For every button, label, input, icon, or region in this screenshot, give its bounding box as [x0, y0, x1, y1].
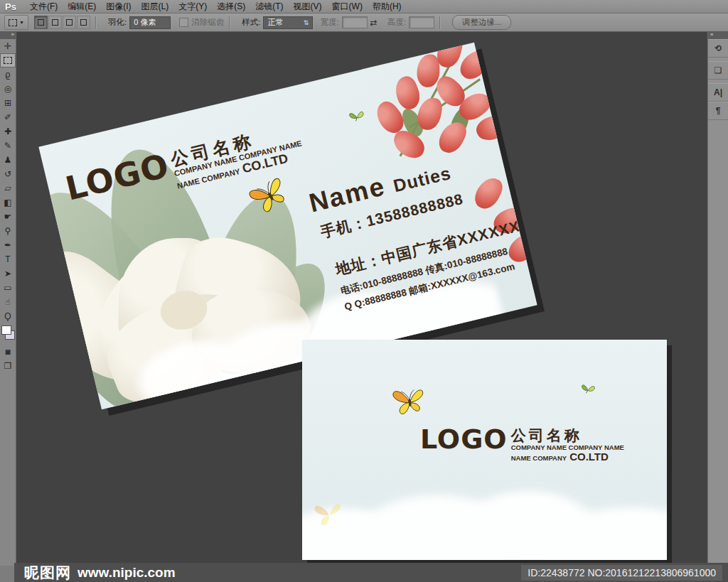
divider — [229, 16, 230, 29]
shape-tool[interactable]: ▭ — [0, 281, 16, 295]
green-butterfly — [347, 107, 367, 126]
gradient-tool[interactable]: ◧ — [0, 195, 16, 210]
healing-brush-tool[interactable]: ✚ — [0, 124, 16, 139]
menu-view[interactable]: 视图(V) — [289, 1, 327, 11]
screen-mode-button[interactable]: ❐ — [0, 359, 16, 373]
menu-filter[interactable]: 滤镜(T) — [250, 1, 288, 11]
image-id-text: ID:22438772 NO:20161212213806961000 — [521, 565, 722, 581]
selection-square-icon — [66, 19, 73, 26]
company-suffix: CO.LTD — [569, 452, 609, 462]
yellow-butterfly — [390, 380, 429, 420]
panel-character-icon[interactable]: A| — [708, 83, 728, 102]
tool-preset-picker[interactable]: ▼ — [4, 15, 28, 30]
swap-dimensions-icon[interactable]: ⇄ — [370, 18, 378, 28]
height-input[interactable] — [409, 16, 434, 28]
spinner-icon: ⇅ — [304, 19, 309, 26]
eraser-tool[interactable]: ▱ — [0, 181, 16, 195]
menu-select[interactable]: 选择(S) — [212, 1, 250, 11]
marquee-icon — [4, 57, 12, 64]
quick-mask-button[interactable]: ◙ — [0, 345, 16, 359]
menu-help[interactable]: 帮助(H) — [368, 1, 407, 11]
new-selection-button[interactable] — [34, 16, 48, 29]
green-butterfly — [578, 379, 598, 399]
history-brush-tool[interactable]: ↺ — [0, 167, 16, 181]
back-logo-block: LOGO 公司名称 COMPANY NAME COMPANY NAME NAME… — [420, 428, 624, 463]
feather-label: 羽化: — [108, 17, 127, 28]
business-card-back[interactable]: LOGO 公司名称 COMPANY NAME COMPANY NAME NAME… — [302, 340, 667, 560]
menu-type[interactable]: 文字(Y) — [173, 1, 212, 11]
divider — [95, 16, 96, 29]
lasso-tool[interactable]: ϱ — [0, 68, 16, 82]
style-value: 正常 — [267, 17, 283, 28]
pen-tool[interactable]: ✒ — [0, 238, 16, 252]
feather-input[interactable]: 0 像素 — [129, 16, 171, 29]
subtract-selection-button[interactable] — [63, 16, 76, 29]
move-tool[interactable]: ✛ — [0, 39, 16, 53]
hand-tool[interactable]: ☝ — [0, 295, 16, 309]
selection-square-icon — [80, 19, 87, 26]
chevron-down-icon: ▼ — [19, 20, 24, 25]
toolbar-corner-chip — [0, 566, 14, 582]
menu-layer[interactable]: 图层(L) — [136, 1, 174, 11]
logo-text: LOGO — [420, 428, 508, 451]
width-input[interactable] — [342, 16, 368, 28]
crop-tool[interactable]: ⊞ — [0, 96, 16, 110]
style-label: 样式: — [242, 17, 260, 28]
anti-alias-label: 消除锯齿 — [191, 17, 224, 28]
divider — [439, 16, 440, 29]
faint-butterfly — [311, 495, 348, 532]
menu-items: 文件(F)编辑(E)图像(I)图层(L)文字(Y)选择(S)滤镜(T)视图(V)… — [25, 1, 407, 13]
dodge-tool[interactable]: ⚲ — [0, 224, 16, 238]
add-selection-button[interactable] — [48, 16, 62, 29]
cloud-art — [302, 475, 667, 560]
logo-text: LOGO — [63, 151, 172, 203]
anti-alias-checkbox[interactable] — [179, 18, 188, 27]
path-select-tool[interactable]: ➤ — [0, 266, 16, 281]
height-label: 高度: — [387, 17, 406, 28]
nipic-url: www.nipic.com — [77, 565, 176, 581]
nipic-logo: 昵图网 — [24, 563, 71, 582]
intersect-selection-button[interactable] — [77, 16, 90, 29]
collapse-dock-button[interactable]: « — [708, 31, 728, 39]
smudge-tool[interactable]: ☛ — [0, 210, 16, 224]
menu-edit[interactable]: 编辑(E) — [63, 1, 101, 11]
selection-mode-group — [34, 16, 90, 29]
clone-stamp-tool[interactable]: ♟ — [0, 153, 16, 167]
collapse-toolbar-button[interactable]: » — [0, 31, 16, 39]
company-name-en2: NAME COMPANY — [511, 454, 567, 463]
tool-list: ✛ϱ◎⊞✐✚✎♟↺▱◧☛⚲✒T➤▭☝Ϙ — [0, 39, 16, 323]
panel-layers-icon[interactable]: ❏ — [708, 61, 728, 80]
rect-marquee-tool[interactable] — [0, 53, 16, 68]
ps-logo: Ps — [5, 1, 16, 12]
zoom-tool[interactable]: Ϙ — [0, 309, 16, 323]
style-select[interactable]: 正常 ⇅ — [263, 16, 313, 29]
status-bar: 昵图网 www.nipic.com ID:22438772 NO:2016121… — [14, 563, 728, 582]
width-label: 宽度: — [320, 17, 338, 28]
tools-panel: » ✛ϱ◎⊞✐✚✎♟↺▱◧☛⚲✒T➤▭☝Ϙ ◙ ❐ — [0, 31, 16, 582]
menu-bar: Ps 文件(F)编辑(E)图像(I)图层(L)文字(Y)选择(S)滤镜(T)视图… — [0, 0, 728, 14]
red-petal — [415, 96, 444, 132]
document-canvas[interactable]: LOGO 公司名称 COMPANY NAME COMPANY NAME NAME… — [16, 31, 708, 563]
menu-window[interactable]: 窗口(W) — [327, 1, 368, 11]
refine-edge-button[interactable]: 调整边缘... — [452, 15, 512, 30]
color-wells — [0, 325, 16, 345]
menu-file[interactable]: 文件(F) — [25, 1, 63, 11]
selection-square-icon — [52, 19, 58, 26]
brush-tool[interactable]: ✎ — [0, 139, 16, 153]
selection-square-icon — [38, 19, 44, 26]
foreground-color-swatch[interactable] — [1, 325, 11, 335]
options-bar: ▼ 羽化: 0 像素 消除锯齿 样式: 正常 ⇅ 宽度: ⇄ 高度: 调整边缘.… — [0, 14, 728, 32]
quick-select-tool[interactable]: ◎ — [0, 82, 16, 96]
panel-dock: « ⟲❏A|¶ — [707, 31, 728, 563]
photoshop-window: Ps 文件(F)编辑(E)图像(I)图层(L)文字(Y)选择(S)滤镜(T)视图… — [0, 0, 728, 582]
menu-image[interactable]: 图像(I) — [101, 1, 136, 11]
panel-paragraph-icon[interactable]: ¶ — [708, 102, 728, 120]
eyedropper-tool[interactable]: ✐ — [0, 110, 16, 124]
dock-list: ⟲❏A|¶ — [708, 39, 728, 120]
person-duties: Duties — [391, 163, 453, 196]
marquee-icon — [9, 19, 17, 26]
company-name-cn: 公司名称 — [511, 428, 624, 443]
panel-history-icon[interactable]: ⟲ — [708, 39, 728, 58]
type-tool[interactable]: T — [0, 252, 16, 266]
